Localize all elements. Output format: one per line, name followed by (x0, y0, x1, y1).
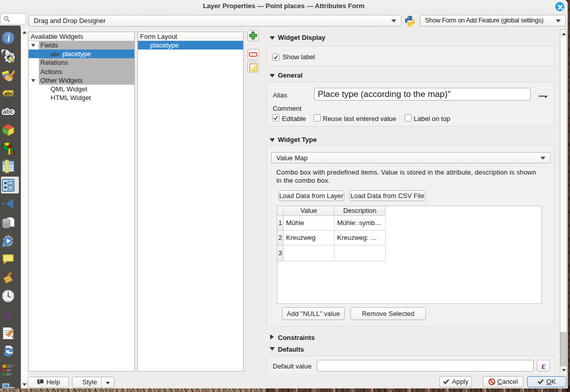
svg-text:?: ? (38, 379, 40, 384)
